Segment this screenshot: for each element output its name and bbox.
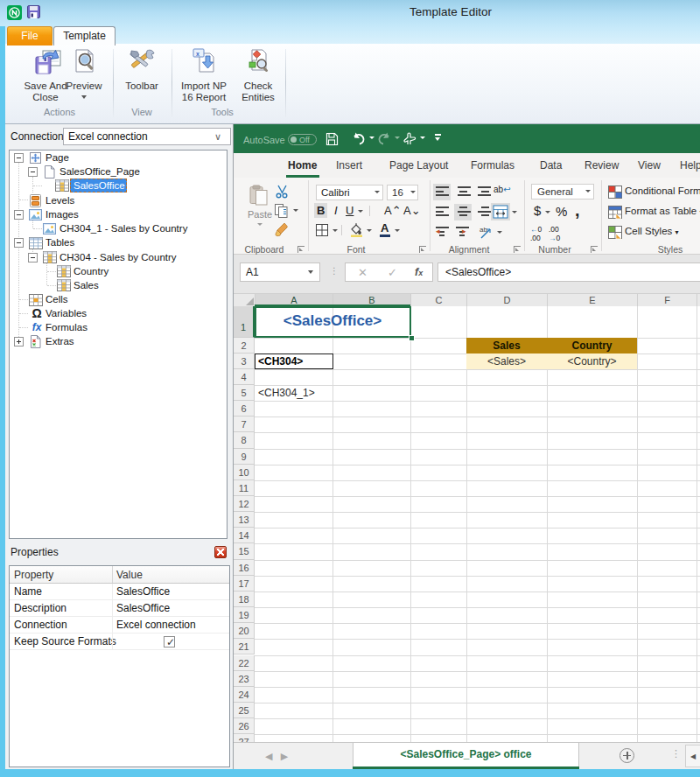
svg-text:ab: ab	[480, 226, 487, 234]
svg-text:x: x	[196, 51, 200, 57]
